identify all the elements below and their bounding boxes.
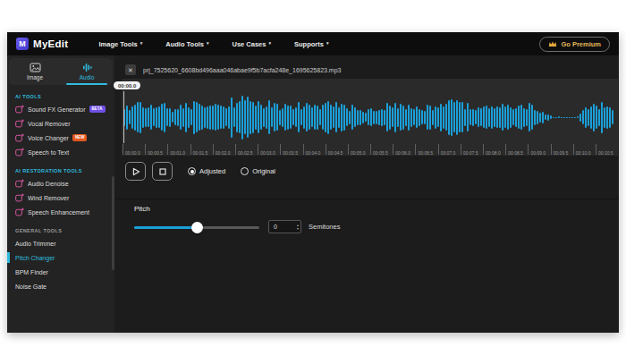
waveform-bar	[502, 104, 503, 131]
sidebar-item-noise-gate[interactable]: Noise Gate	[7, 279, 114, 293]
waveform-panel[interactable]: 00:00.0 00:00.000:00.500:01.000:01.500:0…	[122, 79, 618, 156]
go-premium-button[interactable]: Go Premium	[539, 37, 610, 52]
sidebar-item-speech-enhancement[interactable]: Speech Enhancement	[7, 205, 114, 219]
waveform-bar	[394, 103, 396, 132]
badge-new: NEW	[72, 134, 88, 141]
waveform-bar	[252, 102, 254, 133]
close-file-button[interactable]: ✕	[125, 64, 136, 75]
playhead[interactable]	[123, 91, 124, 143]
waveform-bar	[529, 103, 530, 131]
nav-item-image-tools[interactable]: Image Tools▾	[99, 40, 143, 48]
radio-selected-icon	[188, 167, 196, 175]
tool-icon	[15, 148, 24, 157]
sidebar-item-wind-remover[interactable]: Wind Remover	[7, 190, 114, 205]
waveform-bar	[475, 110, 477, 124]
audio-icon	[81, 63, 93, 72]
waveform-bar	[604, 107, 605, 128]
timeline-label: 00:02.5	[238, 150, 253, 156]
waveform-bar	[609, 107, 611, 128]
timeline-tick: 00:04.0	[303, 144, 326, 155]
waveform-bar	[255, 106, 257, 130]
waveform-bar	[494, 108, 495, 127]
tab-audio[interactable]: Audio	[61, 58, 113, 85]
waveform-bar	[341, 104, 343, 131]
waveform-bar	[526, 109, 528, 126]
chevron-down-icon: ▾	[326, 40, 329, 46]
timeline-tick: 00:10.5	[596, 144, 618, 155]
waveform-bar	[545, 114, 546, 120]
timeline-label: 00:07.5	[463, 150, 478, 156]
sidebar-item-audio-denoise[interactable]: Audio Denoise	[7, 176, 114, 190]
waveform-bar	[207, 106, 208, 129]
sidebar-item-audio-trimmer[interactable]: Audio Trimmer	[7, 236, 114, 250]
slider-thumb[interactable]	[191, 222, 203, 233]
waveform-bar	[537, 111, 538, 124]
timeline-tick: 00:04.5	[326, 144, 348, 155]
waveform-bar	[239, 101, 241, 133]
chevron-down-icon: ▾	[140, 40, 143, 46]
badge-beta: BETA	[89, 106, 106, 113]
waveform-bar	[274, 103, 275, 131]
waveform-bar	[368, 109, 369, 125]
waveform-bar	[579, 114, 581, 122]
pitch-slider[interactable]	[134, 222, 259, 233]
sidebar-item-label: Speech Enhancement	[28, 209, 89, 216]
timeline-label: 00:06.5	[418, 150, 433, 156]
sidebar-item-speech-to-text[interactable]: Speech to Text	[7, 145, 114, 159]
radio-unselected-icon	[241, 167, 249, 175]
tool-icon	[15, 207, 24, 216]
timeline-label: 00:08.0	[486, 150, 501, 156]
waveform-bar	[158, 106, 160, 128]
nav-item-audio-tools[interactable]: Audio Tools▾	[165, 40, 208, 48]
waveform-bar	[478, 107, 479, 127]
stepper-arrows[interactable]: ▴▾	[297, 224, 300, 231]
timeline-label: 00:03.5	[283, 150, 298, 156]
waveform-bar	[408, 105, 410, 131]
tab-image[interactable]: Image	[9, 58, 61, 85]
step-down-icon[interactable]: ▾	[297, 227, 299, 231]
sidebar-item-label: Sound FX Generator	[28, 106, 86, 113]
waveform-bar	[284, 104, 286, 131]
tool-icon	[15, 133, 24, 142]
waveform-bar	[569, 117, 571, 118]
waveform-bar	[518, 106, 520, 129]
sidebar-item-label: Vocal Remover	[28, 121, 70, 127]
stop-icon	[158, 167, 167, 176]
waveform-bar	[574, 117, 576, 118]
waveform-bar	[292, 109, 294, 125]
radio-adjusted[interactable]: Adjusted	[188, 167, 225, 175]
sidebar-item-voice-changer[interactable]: Voice ChangerNEW	[7, 131, 114, 145]
sidebar-item-label: Pitch Changer	[15, 255, 55, 261]
play-button[interactable]	[125, 162, 146, 181]
sidebar-item-pitch-changer[interactable]: Pitch Changer	[7, 250, 114, 265]
nav-menu: Image Tools▾Audio Tools▾Use Cases▾Suppor…	[99, 40, 329, 48]
waveform-bar	[547, 114, 549, 121]
stop-button[interactable]	[152, 162, 173, 181]
waveform-bar	[212, 106, 214, 130]
semitones-input[interactable]: 0 ▴▾	[268, 220, 301, 233]
waveform-bar	[223, 106, 224, 129]
nav-item-supports[interactable]: Supports▾	[294, 40, 328, 48]
waveform-bar	[306, 103, 308, 131]
sidebar-item-vocal-remover[interactable]: Vocal Remover	[7, 116, 114, 131]
waveform-bar	[244, 100, 246, 134]
timeline-label: 00:03.0	[260, 150, 275, 156]
waveform-bar	[142, 107, 144, 128]
nav-item-use-cases[interactable]: Use Cases▾	[233, 40, 271, 48]
waveform-bar	[325, 103, 326, 132]
radio-original[interactable]: Original	[241, 167, 275, 175]
waveform-bar	[153, 108, 155, 126]
waveform-bar	[362, 112, 364, 123]
waveform-bar	[137, 102, 139, 132]
sidebar-item-bpm-finder[interactable]: BPM Finder	[7, 265, 114, 279]
timeline-label: 00:10.0	[576, 150, 591, 156]
timeline-tick: 00:07.0	[438, 144, 461, 155]
sidebar-item-sound-fx-generator[interactable]: Sound FX GeneratorBETA	[7, 102, 114, 116]
brand[interactable]: M MyEdit	[16, 38, 69, 50]
waveform-bar	[577, 116, 579, 118]
timeline-label: 00:07.0	[441, 150, 456, 156]
waveform-bar	[150, 105, 152, 130]
waveform-bar	[156, 107, 157, 128]
waveform-bar	[148, 107, 149, 127]
waveform-bar	[220, 106, 222, 129]
